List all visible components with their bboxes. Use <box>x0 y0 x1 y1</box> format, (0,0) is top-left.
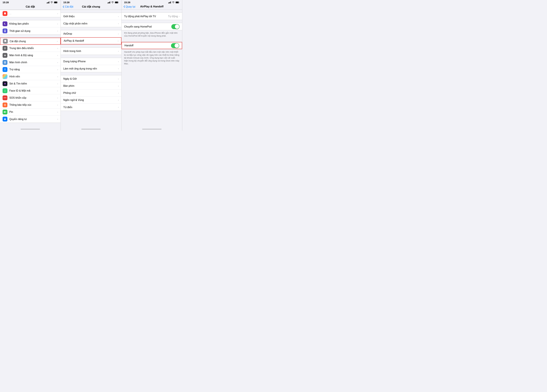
homepod-toggle[interactable] <box>171 24 179 29</box>
list-item-homepod[interactable]: Chuyển sang HomePod <box>122 23 182 30</box>
chevron: › <box>57 61 58 64</box>
hand-icon <box>4 118 7 121</box>
handoff-toggle[interactable] <box>171 43 179 48</box>
spacer <box>61 72 121 75</box>
dnd-label: Không làm phiền <box>9 22 57 25</box>
list-item-faceid[interactable]: Face ID & Mật mã › <box>0 87 61 94</box>
battery-status-icon <box>54 1 58 3</box>
moon-icon <box>4 22 7 25</box>
spacer <box>122 39 182 42</box>
list-item-partial[interactable]: … › <box>0 10 61 17</box>
partial-label: … <box>9 12 57 15</box>
svg-rect-23 <box>4 90 5 90</box>
list-item-dictionary[interactable]: Từ điển › <box>61 104 121 111</box>
screentime-label: Thời gian sử dụng <box>9 29 57 33</box>
homepod-description: Khi đang phát phương tiện, đưa iPhone đế… <box>122 30 182 39</box>
grid-icon <box>4 61 7 64</box>
airplay-handoff-label: AirPlay & Handoff <box>64 40 118 42</box>
back-label-2: Cài đặt <box>65 5 73 8</box>
person-icon <box>4 68 7 71</box>
list-item-datetime[interactable]: Ngày & Giờ › <box>61 75 121 82</box>
face-icon <box>4 89 7 92</box>
list-item-about[interactable]: Giới thiệu › <box>61 13 121 20</box>
list-item-control[interactable]: Trung tâm điều khiển › <box>0 45 61 52</box>
font-label: Phông chữ <box>63 91 118 95</box>
chevron: › <box>57 104 58 106</box>
list-item-screentime[interactable]: Thời gian sử dụng › <box>0 27 61 34</box>
list-item-general[interactable]: Cài đặt chung › <box>0 38 61 45</box>
chevron: › <box>57 82 58 85</box>
control-label: Trung tâm điều khiển <box>9 47 57 50</box>
exposure-label: Thông báo tiếp xúc <box>9 103 57 106</box>
storage-label: Dung lượng iPhone <box>63 60 118 63</box>
svg-point-21 <box>5 68 6 69</box>
svg-rect-34 <box>4 112 6 112</box>
svg-rect-25 <box>4 91 5 92</box>
home-indicator-1 <box>0 128 61 131</box>
back-button-3[interactable]: Quay lại <box>123 5 135 8</box>
svg-point-27 <box>5 90 5 91</box>
status-bar-3: 15:28 <box>122 0 182 4</box>
chevron: › <box>57 118 58 120</box>
sos-text: SOS <box>4 97 7 99</box>
svg-rect-18 <box>5 61 6 62</box>
list-item-bg-refresh[interactable]: Làm mới ứng dụng trong nền › <box>61 65 121 72</box>
group-storage: Dung lượng iPhone › Làm mới ứng dụng tro… <box>61 58 121 72</box>
panel2-title: Cài đặt chung <box>82 5 100 8</box>
siri-label: Siri & Tìm kiếm <box>9 82 57 85</box>
signal-icon <box>47 1 49 3</box>
wifi-icon-2 <box>111 1 114 3</box>
signal-icon-3 <box>168 1 171 3</box>
general-label: Cài đặt chung <box>10 40 57 43</box>
back-chevron-3 <box>123 5 125 8</box>
list-item-pip[interactable]: Hình trong hình › <box>61 48 121 55</box>
privacy-label: Quyền riêng tư <box>9 118 57 121</box>
list-item-wallpaper[interactable]: Hình nền › <box>0 73 61 80</box>
panel1-title: Cài đặt <box>26 5 35 8</box>
sos-icon: SOS <box>3 95 7 100</box>
list-item-handoff[interactable]: Handoff <box>122 42 182 49</box>
chevron: › <box>118 106 119 108</box>
keyboard-label: Bàn phím <box>63 84 118 87</box>
chevron: › <box>57 96 58 99</box>
group-pip: Hình trong hình › <box>61 47 121 55</box>
list-item-auto-airplay[interactable]: Tự động phát AirPlay tới TV Tự động › <box>122 13 182 20</box>
list-item-sos[interactable]: SOS SOS khẩn cấp › <box>0 94 61 101</box>
list-item-accessibility[interactable]: Trợ năng › <box>0 66 61 73</box>
svg-rect-42 <box>169 2 169 3</box>
sun-icon <box>4 54 7 57</box>
wifi-icon <box>50 1 53 3</box>
hourglass-icon <box>4 29 7 32</box>
status-icons-2 <box>108 1 119 3</box>
general-icon <box>3 39 8 44</box>
home-bar-2 <box>81 129 101 129</box>
back-button-2[interactable]: Cài đặt <box>63 5 73 8</box>
list-item-exposure[interactable]: Thông báo tiếp xúc › <box>0 101 61 108</box>
list-item-display[interactable]: Màn hình & Độ sáng › <box>0 52 61 59</box>
list-item-airdrop[interactable]: AirDrop › <box>61 30 121 37</box>
group-regional: Ngày & Giờ › Bàn phím › Phông chữ › Ngôn… <box>61 75 121 111</box>
list-item-siri[interactable]: Siri & Tìm kiếm › <box>0 80 61 87</box>
accessibility-label: Trợ năng <box>9 68 57 71</box>
exposure-notify-icon <box>4 103 7 106</box>
svg-rect-5 <box>54 2 57 3</box>
list-item-font[interactable]: Phông chữ › <box>61 89 121 96</box>
list-item-privacy[interactable]: Quyền riêng tư › <box>0 115 61 123</box>
wifi-icon-3 <box>172 1 175 3</box>
svg-rect-17 <box>4 61 5 62</box>
list-item-battery[interactable]: Pin › <box>0 108 61 115</box>
svg-point-22 <box>4 83 6 84</box>
list-item-storage[interactable]: Dung lượng iPhone › <box>61 58 121 65</box>
svg-rect-40 <box>115 2 118 3</box>
time-1: 15:28 <box>3 1 9 4</box>
list-item-keyboard[interactable]: Bàn phím › <box>61 82 121 89</box>
list-item-software[interactable]: Cập nhật phần mềm › <box>61 20 121 27</box>
chevron: › <box>57 40 58 42</box>
auto-airplay-label: Tự động phát AirPlay tới TV <box>124 15 168 18</box>
list-item-homescreen[interactable]: Màn hình chính › <box>0 59 61 66</box>
group-dnd: Không làm phiền › Thời gian sử dụng › <box>0 20 61 35</box>
list-item-dnd[interactable]: Không làm phiền › <box>0 20 61 27</box>
list-item-airplay-handoff[interactable]: AirPlay & Handoff › <box>61 37 121 44</box>
chevron: › <box>118 92 119 94</box>
list-item-language[interactable]: Ngôn ngữ & Vùng › <box>61 96 121 104</box>
